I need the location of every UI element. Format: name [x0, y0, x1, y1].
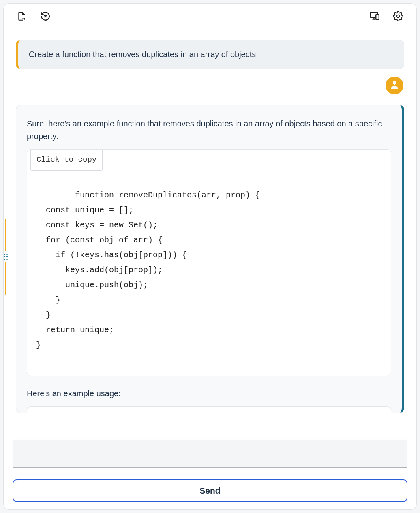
app-window: Create a function that removes duplicate…	[3, 3, 417, 510]
send-button[interactable]: Send	[13, 479, 407, 502]
user-message-bubble: Create a function that removes duplicate…	[16, 40, 404, 69]
code-content-1: function removeDuplicates(arr, prop) { c…	[36, 190, 260, 350]
assistant-usage-label: Here's an example usage:	[27, 387, 391, 400]
assistant-message-bubble: Sure, here's an example function that re…	[16, 105, 404, 413]
reset-button[interactable]	[39, 11, 51, 23]
user-avatar	[386, 77, 403, 94]
settings-button[interactable]	[392, 11, 404, 23]
chat-area: Create a function that removes duplicate…	[4, 30, 416, 509]
code-block-1: Click to copy function removeDuplicates(…	[27, 149, 391, 376]
toolbar	[4, 4, 416, 30]
input-area: Send	[13, 438, 407, 502]
svg-point-6	[397, 15, 400, 18]
display-button[interactable]	[369, 11, 381, 23]
reset-icon	[40, 11, 51, 23]
user-message-text: Create a function that removes duplicate…	[29, 50, 256, 59]
import-file-icon	[17, 11, 27, 23]
display-icon	[369, 11, 380, 23]
copy-code-button[interactable]: Click to copy	[30, 150, 103, 171]
svg-point-7	[393, 81, 396, 85]
assistant-intro-text: Sure, here's an example function that re…	[27, 118, 391, 143]
svg-rect-5	[376, 15, 379, 20]
message-input[interactable]	[13, 438, 407, 468]
person-icon	[389, 79, 400, 92]
import-file-button[interactable]	[16, 11, 28, 23]
settings-icon	[393, 11, 403, 23]
code-block-2: const arr = [ { id: 1, name: 'John' }, {…	[27, 406, 391, 413]
